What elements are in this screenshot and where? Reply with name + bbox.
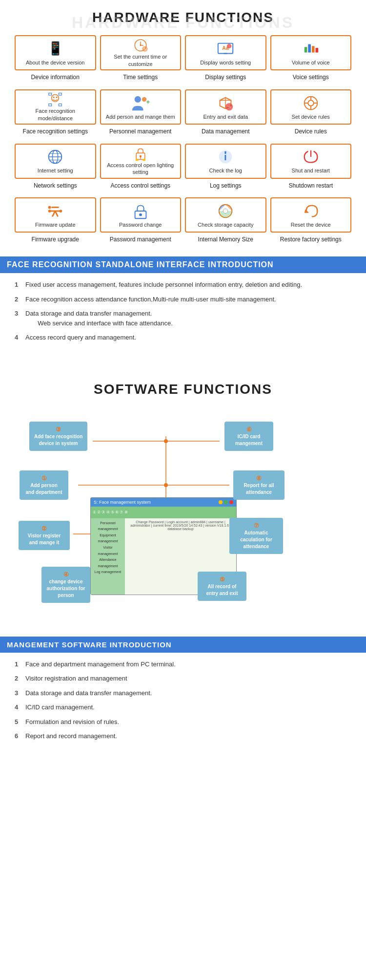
shutdown-icon bbox=[302, 148, 320, 166]
svg-rect-18 bbox=[49, 93, 52, 95]
mgmt-item-num-5: 5 bbox=[15, 717, 25, 727]
mgmt-item-text-2: Visitor registration and management bbox=[25, 674, 127, 683]
svg-point-17 bbox=[56, 97, 58, 98]
hw-label-13: Firmware upgrade bbox=[15, 235, 96, 244]
sw-node-6: ⑥IC/ID cardmangement bbox=[224, 422, 273, 451]
hw-cell-firmware[interactable]: Firmware update bbox=[15, 197, 96, 233]
hw-cell-network[interactable]: Internet setting bbox=[15, 144, 96, 179]
hw-label-10: Access control settings bbox=[100, 182, 182, 190]
hw-row-3: Internet setting Access control open lig… bbox=[15, 144, 351, 179]
face-list-item-4: 4 Access record query and management. bbox=[15, 333, 351, 342]
face-item-text-1: Fixed user access management, features i… bbox=[25, 280, 302, 290]
mgmt-item-text-3: Data storage and data transfer managemen… bbox=[25, 688, 152, 698]
hw-row-1: 📱 About the device version + Set the bbox=[15, 35, 351, 70]
hw-row-4: Firmware update Password change bbox=[15, 197, 351, 233]
hw-cell-shutdown[interactable]: Shut and restart bbox=[270, 144, 352, 179]
hw-label-16: Restore factory settings bbox=[270, 235, 352, 244]
hw-cell-text-8: Set device rules bbox=[292, 113, 330, 120]
hw-label-row-1: Device information Time settings Display… bbox=[15, 73, 351, 82]
hw-cell-display[interactable]: Aa Display words setting bbox=[185, 35, 266, 70]
hw-cell-device-rules[interactable]: Set device rules bbox=[270, 89, 352, 125]
hw-label-row-2: Face recognition settings Personnel mana… bbox=[15, 128, 351, 136]
management-section: MANGEMENT SOFTWARE INTRODUCTION 1 Face a… bbox=[0, 632, 366, 770]
mgmt-list-item-6: 6 Report and record management. bbox=[15, 731, 351, 741]
face-standalone-header: FACE RECOGNITION STANDALONE INTERFACE IN… bbox=[0, 256, 366, 273]
device-rules-icon bbox=[302, 94, 320, 112]
hw-label-8: Device rules bbox=[270, 128, 352, 136]
hw-cell-personnel[interactable]: + Add person and mange them bbox=[100, 89, 182, 125]
hw-label-11: Log settings bbox=[185, 182, 266, 190]
mgmt-item-text-4: IC/ID card management. bbox=[25, 703, 95, 712]
svg-point-55 bbox=[60, 210, 62, 213]
voice-icon bbox=[302, 40, 320, 58]
mgmt-item-text-6: Report and record management. bbox=[25, 731, 117, 741]
hw-cell-voice[interactable]: Volume of voice bbox=[270, 35, 352, 70]
software-section: SOFTWARE FUNCTIONS S: Face mana bbox=[0, 372, 366, 632]
svg-point-41 bbox=[140, 155, 142, 157]
mgmt-list-item-4: 4 IC/ID card management. bbox=[15, 703, 351, 712]
log-icon: i bbox=[216, 148, 235, 166]
hw-cell-text-15: Check storage capacity bbox=[198, 221, 253, 228]
hw-cell-face-recog[interactable]: Face recognition mode/distance bbox=[15, 89, 96, 125]
svg-point-10 bbox=[227, 43, 232, 48]
hw-label-15: Internal Memory Size bbox=[185, 235, 266, 244]
hw-cell-reset[interactable]: Reset the device bbox=[270, 197, 352, 233]
hw-cell-text-1: About the device version bbox=[26, 59, 84, 66]
hw-cell-data-mgmt[interactable]: → Entry and exit data bbox=[185, 89, 266, 125]
face-item-text-2: Face recognition access attendance funct… bbox=[25, 295, 276, 304]
face-standalone-list: 1 Fixed user access management, features… bbox=[0, 280, 366, 342]
hw-cell-text-7: Entry and exit data bbox=[203, 113, 248, 120]
svg-point-70 bbox=[164, 439, 168, 443]
hw-cell-log[interactable]: i Check the log bbox=[185, 144, 266, 179]
hw-label-3: Display settings bbox=[185, 73, 266, 82]
face-item-num-3: 3 bbox=[15, 309, 25, 319]
hw-cell-text-11: Check the log bbox=[209, 167, 242, 174]
hw-cell-time[interactable]: + Set the current time or customize bbox=[100, 35, 182, 70]
hw-cell-storage[interactable]: Check storage capacity bbox=[185, 197, 266, 233]
svg-rect-12 bbox=[308, 44, 311, 52]
hw-label-7: Data management bbox=[185, 128, 266, 136]
hw-label-2: Time settings bbox=[100, 73, 182, 82]
face-item-num-1: 1 bbox=[15, 280, 25, 290]
svg-rect-14 bbox=[315, 48, 318, 53]
svg-point-59 bbox=[224, 209, 228, 213]
svg-rect-19 bbox=[59, 93, 62, 95]
svg-point-71 bbox=[164, 483, 168, 487]
hardware-section: HARDWARE FUNCTIONS HARDWARE FUNCTIONS 📱 … bbox=[0, 0, 366, 372]
hw-cell-text-3: Display words setting bbox=[200, 59, 251, 66]
svg-text:+: + bbox=[143, 47, 145, 51]
hw-label-14: Password management bbox=[100, 235, 182, 244]
hw-cell-text-10: Access control open lighting setting bbox=[103, 162, 179, 176]
face-standalone-section: FACE RECOGNITION STANDALONE INTERFACE IN… bbox=[0, 256, 366, 372]
svg-line-52 bbox=[55, 211, 58, 216]
svg-text:+: + bbox=[146, 98, 150, 106]
svg-rect-11 bbox=[304, 47, 307, 52]
hw-cell-text-5: Face recognition mode/distance bbox=[18, 107, 93, 122]
mgmt-item-num-4: 4 bbox=[15, 703, 25, 712]
svg-line-51 bbox=[53, 211, 56, 216]
network-icon bbox=[46, 148, 64, 166]
sw-node-8: ⑧Report for allattendance bbox=[233, 470, 285, 500]
mgmt-list-item-3: 3 Data storage and data transfer managem… bbox=[15, 688, 351, 698]
sw-node-4: ④change deviceauthorization forperson bbox=[41, 567, 90, 603]
sw-node-1: ①Add personand department bbox=[20, 470, 68, 500]
mgmt-item-text-5: Formulation and revision of rules. bbox=[25, 717, 119, 727]
hw-cell-device-info[interactable]: 📱 About the device version bbox=[15, 35, 96, 70]
svg-point-4 bbox=[140, 44, 141, 46]
password-icon bbox=[131, 202, 150, 220]
hw-row-2: Face recognition mode/distance + Add per… bbox=[15, 89, 351, 125]
device-info-icon: 📱 bbox=[46, 40, 64, 58]
svg-text:→: → bbox=[227, 104, 232, 109]
hw-cell-text-2: Set the current time or customize bbox=[103, 53, 179, 67]
mgmt-item-num-6: 6 bbox=[15, 731, 25, 741]
hw-cell-access-control[interactable]: Access control open lighting setting bbox=[100, 144, 182, 179]
access-control-icon bbox=[131, 147, 150, 161]
face-list-item-1: 1 Fixed user access management, features… bbox=[15, 280, 351, 290]
mgmt-list-item-1: 1 Face and department management from PC… bbox=[15, 660, 351, 669]
data-mgmt-icon: → bbox=[216, 94, 235, 112]
hw-cell-text-12: Shut and restart bbox=[292, 167, 330, 174]
hw-cell-password[interactable]: Password change bbox=[100, 197, 182, 233]
display-icon: Aa bbox=[216, 40, 235, 58]
face-item-text-4: Access record query and management. bbox=[25, 333, 136, 342]
mgmt-item-num-3: 3 bbox=[15, 688, 25, 698]
